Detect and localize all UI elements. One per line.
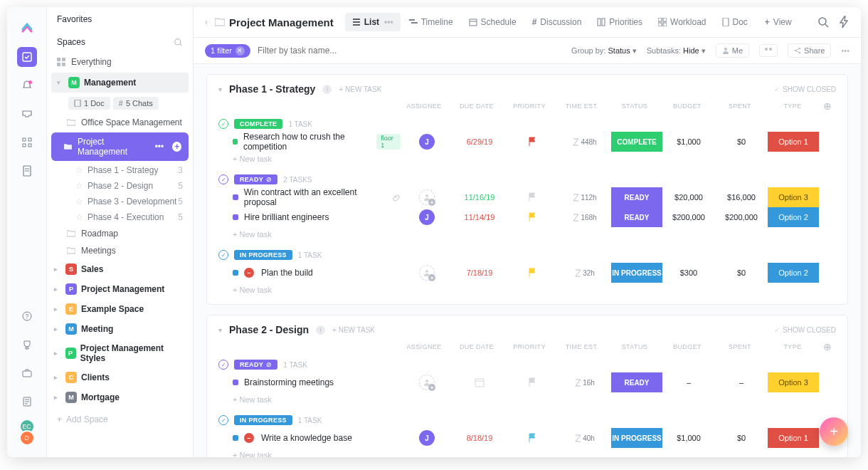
notifications-icon[interactable] xyxy=(17,75,37,95)
collapse-sidebar-icon[interactable]: ‹ xyxy=(205,17,208,27)
view-tab-list[interactable]: List••• xyxy=(345,13,401,31)
collapse-icon[interactable]: ▾ xyxy=(218,85,222,93)
inbox-icon[interactable] xyxy=(17,104,37,124)
add-column-icon[interactable]: ⊕ xyxy=(819,341,836,352)
status-circle-icon[interactable]: ✓ xyxy=(218,119,228,129)
sidebar-phase[interactable]: ☆Phase 2 - Design5 xyxy=(47,178,193,194)
automation-icon[interactable] xyxy=(838,16,850,28)
spent-cell[interactable]: – xyxy=(739,378,743,387)
task-name[interactable]: Hire brilliant engineers xyxy=(244,212,329,222)
space-item[interactable]: ▸EExample Space xyxy=(47,299,193,319)
priority-flag-icon[interactable] xyxy=(528,192,536,202)
view-tab-workload[interactable]: Workload xyxy=(651,13,713,31)
groupby-control[interactable]: Group by: Status ▾ xyxy=(571,46,637,56)
time-estimate[interactable]: 168h xyxy=(573,214,596,221)
task-row[interactable]: Win contract with an excellent proposal … xyxy=(218,187,836,207)
add-space[interactable]: +Add Space xyxy=(47,407,193,432)
priority-flag-icon[interactable] xyxy=(528,268,536,278)
subtasks-control[interactable]: Subtasks: Hide ▾ xyxy=(647,46,706,56)
budget-cell[interactable]: $1,000 xyxy=(677,137,701,146)
task-name[interactable]: Write a knowledge base xyxy=(261,433,352,443)
budget-cell[interactable]: $200,000 xyxy=(672,213,705,221)
task-name[interactable]: Win contract with an excellent proposal xyxy=(244,187,388,207)
me-button[interactable]: Me xyxy=(716,43,749,58)
show-closed-button[interactable]: ✓SHOW CLOSED xyxy=(774,326,836,334)
status-circle-icon[interactable]: ✓ xyxy=(218,174,228,184)
task-name[interactable]: Plan the build xyxy=(261,268,313,278)
trophy-icon[interactable] xyxy=(17,335,37,355)
status-pill[interactable]: READY xyxy=(611,207,662,227)
everything-item[interactable]: Everything xyxy=(47,53,193,71)
budget-cell[interactable]: $300 xyxy=(680,268,697,277)
spent-cell[interactable]: $0 xyxy=(737,137,746,146)
new-task-button[interactable]: + NEW TASK xyxy=(339,85,381,93)
spent-cell[interactable]: $0 xyxy=(737,268,746,277)
folder-project-management-active[interactable]: Project Management ••• + xyxy=(51,132,189,161)
share-button[interactable]: Share xyxy=(788,43,831,58)
space-item[interactable]: ▸PProject Management Styles xyxy=(47,339,193,367)
doc-chip[interactable]: 1 Doc xyxy=(68,97,110,110)
info-icon[interactable]: i xyxy=(316,325,325,335)
apps-icon[interactable] xyxy=(17,132,37,152)
task-name[interactable]: Brainstorming meetings xyxy=(244,377,334,387)
type-pill[interactable]: Option 3 xyxy=(768,187,819,207)
new-task-link[interactable]: + New task xyxy=(218,392,836,407)
folder-office-space[interactable]: Office Space Management xyxy=(47,114,193,131)
assignee-empty[interactable] xyxy=(419,189,435,205)
clear-filter-icon[interactable]: ✕ xyxy=(235,46,245,56)
priority-flag-icon[interactable] xyxy=(528,137,536,147)
priority-flag-icon[interactable] xyxy=(528,212,536,222)
space-item[interactable]: ▸MMeeting xyxy=(47,319,193,339)
task-name[interactable]: Research how to crush the competition xyxy=(243,132,371,152)
status-pill[interactable]: IN PROGRESS xyxy=(611,428,662,448)
task-tag[interactable]: floor 1 xyxy=(376,134,401,150)
sidebar-phase[interactable]: ☆Phase 4 - Execution5 xyxy=(47,209,193,225)
space-management[interactable]: ▾ M Management xyxy=(51,73,189,93)
spaces-header[interactable]: Spaces xyxy=(47,30,193,53)
chats-chip[interactable]: #5 Chats xyxy=(113,97,159,110)
folder-meetings[interactable]: Meetings xyxy=(47,242,193,259)
status-badge[interactable]: IN PROGRESS xyxy=(234,415,292,425)
status-badge[interactable]: READY ⊘ xyxy=(234,360,277,370)
view-tab-doc[interactable]: Doc xyxy=(715,13,755,31)
search-icon[interactable] xyxy=(174,38,183,47)
task-row[interactable]: Hire brilliant engineers J 11/14/19 168h… xyxy=(218,207,836,227)
priority-flag-icon[interactable] xyxy=(528,433,536,443)
type-pill[interactable]: Option 1 xyxy=(768,428,819,448)
status-pill[interactable]: COMPLETE xyxy=(611,132,662,152)
add-column-icon[interactable]: ⊕ xyxy=(819,100,836,112)
time-estimate[interactable]: 112h xyxy=(573,194,596,202)
status-pill[interactable]: READY xyxy=(611,372,662,392)
budget-cell[interactable]: $1,000 xyxy=(677,434,701,442)
more-icon[interactable]: ••• xyxy=(841,46,850,55)
new-task-link[interactable]: + New task xyxy=(218,227,836,241)
spent-cell[interactable]: $0 xyxy=(737,434,746,442)
status-pill[interactable]: IN PROGRESS xyxy=(611,263,662,283)
status-badge[interactable]: IN PROGRESS xyxy=(234,250,292,260)
collapse-icon[interactable]: ▾ xyxy=(218,326,222,334)
time-estimate[interactable]: 32h xyxy=(575,269,595,277)
task-row[interactable]: Brainstorming meetings 16h READY – – Opt… xyxy=(218,372,836,392)
filter-input[interactable] xyxy=(258,46,386,56)
status-circle-icon[interactable]: ✓ xyxy=(218,415,228,425)
info-icon[interactable]: i xyxy=(322,85,332,94)
new-task-link[interactable]: + New task xyxy=(218,448,836,457)
time-estimate[interactable]: 448h xyxy=(573,138,596,146)
assignee-avatar[interactable]: J xyxy=(419,209,435,225)
new-task-link[interactable]: + New task xyxy=(218,283,836,297)
status-badge[interactable]: READY ⊘ xyxy=(234,174,277,184)
search-icon[interactable] xyxy=(817,16,830,28)
task-row[interactable]: – Write a knowledge base J 8/18/19 40h I… xyxy=(218,428,836,448)
task-row[interactable]: – Plan the build 7/18/19 32h IN PROGRESS… xyxy=(218,263,836,283)
view-tab-priorities[interactable]: Priorities xyxy=(590,13,650,31)
sidebar-phase[interactable]: ☆Phase 3 - Development5 xyxy=(47,194,193,209)
view-tab-discussion[interactable]: #Discussion xyxy=(525,13,589,31)
favorites-header[interactable]: Favorites xyxy=(47,7,193,30)
new-task-link[interactable]: + New task xyxy=(218,152,836,166)
priority-flag-icon[interactable] xyxy=(528,377,536,387)
assignee-avatar[interactable]: J xyxy=(419,134,435,150)
budget-cell[interactable]: – xyxy=(687,378,691,387)
space-item[interactable]: ▸CClients xyxy=(47,367,193,387)
view-tab-schedule[interactable]: Schedule xyxy=(462,13,524,31)
budget-cell[interactable]: $20,000 xyxy=(674,193,703,202)
